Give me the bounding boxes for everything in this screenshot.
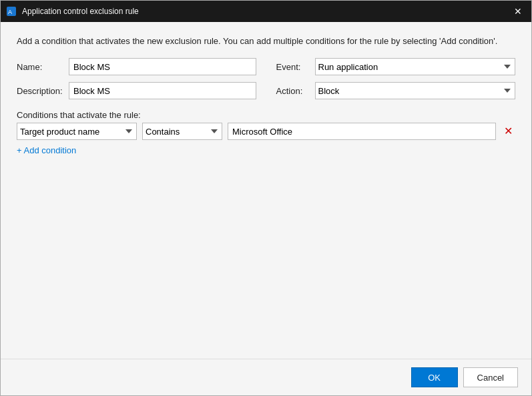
- description-text: Add a condition that activates the new e…: [17, 35, 515, 47]
- condition-operator-select[interactable]: Contains Equals Starts with Ends with: [142, 123, 222, 140]
- title-bar: A Application control exclusion rule ✕: [1, 1, 531, 22]
- add-condition-link[interactable]: + Add condition: [17, 145, 76, 155]
- action-label: Action:: [276, 86, 310, 96]
- event-row: Event: Run application Load library Exec…: [276, 58, 516, 75]
- ok-button[interactable]: OK: [411, 367, 458, 387]
- event-label: Event:: [276, 62, 310, 72]
- dialog-body: Add a condition that activates the new e…: [1, 22, 531, 359]
- conditions-label: Conditions that activate the rule:: [17, 110, 515, 120]
- condition-value-input[interactable]: [228, 123, 496, 140]
- svg-text:A: A: [8, 9, 12, 15]
- close-button[interactable]: ✕: [510, 3, 526, 19]
- action-row: Action: Block Allow: [276, 82, 516, 99]
- event-select[interactable]: Run application Load library Execute scr…: [315, 58, 516, 75]
- name-row: Name:: [17, 58, 256, 75]
- conditions-section: Conditions that activate the rule: Targe…: [17, 110, 515, 155]
- condition-type-select[interactable]: Target product name Target file name Tar…: [17, 123, 137, 140]
- dialog-footer: OK Cancel: [1, 359, 531, 395]
- app-icon: A: [6, 6, 17, 17]
- condition-row: Target product name Target file name Tar…: [17, 123, 515, 140]
- description-row: Description:: [17, 82, 256, 99]
- description-label: Description:: [17, 86, 63, 96]
- form-grid: Name: Event: Run application Load librar…: [17, 58, 515, 99]
- name-label: Name:: [17, 62, 63, 72]
- remove-condition-button[interactable]: ✕: [501, 125, 515, 138]
- description-input[interactable]: [69, 82, 256, 99]
- dialog-container: A Application control exclusion rule ✕ A…: [0, 0, 532, 396]
- dialog-title: Application control exclusion rule: [22, 7, 510, 16]
- action-select[interactable]: Block Allow: [315, 82, 516, 99]
- name-input[interactable]: [69, 58, 256, 75]
- cancel-button[interactable]: Cancel: [463, 367, 518, 387]
